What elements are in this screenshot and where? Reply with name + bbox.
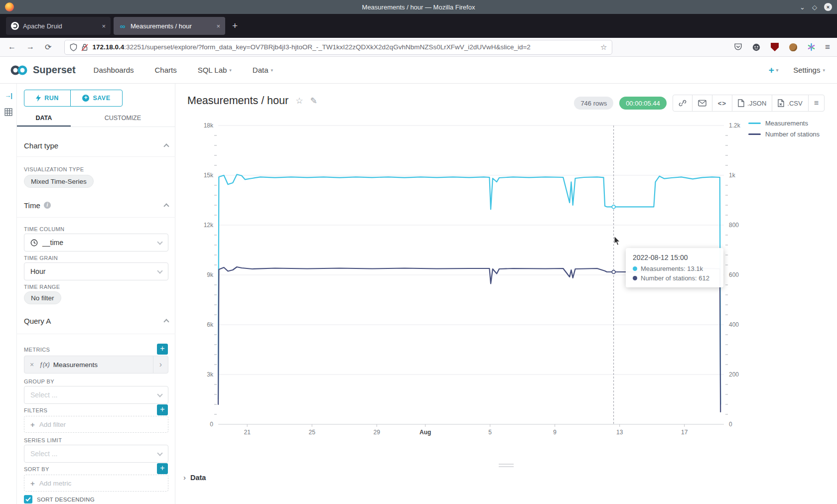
svg-text:400: 400: [729, 321, 739, 328]
url-text[interactable]: 172.18.0.4:32251/superset/explore/?form_…: [92, 43, 596, 51]
save-button[interactable]: + SAVE: [70, 90, 122, 106]
export-csv-button[interactable]: .CSV: [772, 95, 808, 111]
export-json-button[interactable]: .JSON: [732, 95, 772, 111]
time-column-label: TIME COLUMN: [24, 226, 64, 232]
edit-title-icon[interactable]: ✎: [310, 96, 317, 106]
group-by-select[interactable]: Select ...: [24, 386, 168, 404]
svg-text:18k: 18k: [204, 122, 214, 129]
email-button[interactable]: [692, 95, 712, 111]
tab-close-icon[interactable]: ×: [216, 22, 220, 30]
chevron-up-icon: [163, 319, 169, 324]
superset-infinity-icon: [9, 64, 29, 76]
expand-datasource-panel-icon[interactable]: →|: [4, 92, 12, 99]
legend-item-number-of-stations[interactable]: Number of stations: [748, 130, 820, 138]
svg-text:3k: 3k: [207, 371, 214, 378]
add-metric-plus-button[interactable]: +: [157, 344, 168, 355]
time-range-pill[interactable]: No filter: [24, 291, 61, 304]
hamburger-icon: ≡: [814, 99, 819, 108]
chevron-up-icon: [163, 203, 169, 209]
minimize-icon[interactable]: ⌄: [800, 3, 805, 11]
pocket-icon[interactable]: [734, 43, 742, 51]
email-icon: [698, 100, 706, 107]
legend-swatch-icon: [748, 133, 761, 135]
section-chart-type[interactable]: Chart type: [24, 135, 168, 155]
browser-tab-measurements[interactable]: ∞ Measurements / hour ×: [114, 17, 225, 35]
nav-item-data[interactable]: Data▾: [253, 66, 273, 74]
settings-menu[interactable]: Settings▾: [793, 66, 825, 74]
metrics-label: METRICS: [24, 347, 50, 353]
bookmark-star-icon[interactable]: ☆: [600, 43, 607, 52]
legend-item-measurements[interactable]: Measurements: [748, 120, 820, 127]
data-panel-toggle[interactable]: › Data: [183, 473, 206, 482]
series-dot-icon: [633, 266, 637, 271]
checkbox-checked-icon[interactable]: [24, 495, 32, 504]
menu-icon[interactable]: ≡: [825, 42, 830, 52]
reload-icon[interactable]: ⟳: [45, 42, 51, 52]
sort-descending-row[interactable]: SORT DESCENDING: [24, 495, 95, 504]
timeseries-chart[interactable]: 18k1.2k15k1k12k8009k6006k4003k2000021252…: [175, 113, 836, 441]
section-time[interactable]: Timei: [24, 195, 168, 215]
plus-circle-icon: +: [82, 95, 89, 102]
plus-icon: +: [30, 479, 35, 488]
add-sort-metric-dropzone[interactable]: +Add metric: [24, 475, 168, 492]
datasource-grid-icon[interactable]: [4, 108, 12, 116]
chevron-right-icon: ›: [183, 473, 186, 482]
metric-pill[interactable]: × ƒ(x) Measurements ›: [24, 356, 168, 374]
copy-link-button[interactable]: [673, 95, 692, 111]
close-icon[interactable]: ×: [824, 3, 832, 11]
time-grain-select[interactable]: Hour: [24, 262, 168, 280]
nav-item-sql-lab[interactable]: SQL Lab▾: [198, 66, 232, 74]
caret-down-icon: ▾: [271, 68, 274, 73]
more-options-button[interactable]: ≡: [808, 95, 824, 111]
series-limit-label: SERIES LIMIT: [24, 437, 62, 443]
viz-type-pill[interactable]: Mixed Time-Series: [24, 175, 94, 188]
superset-logo[interactable]: Superset: [9, 64, 76, 76]
druid-favicon-icon: [11, 22, 19, 30]
panel-drag-handle[interactable]: [499, 464, 514, 467]
mouse-cursor-icon: [614, 236, 621, 246]
browser-tab-strip: Apache Druid × ∞ Measurements / hour × +: [0, 14, 837, 38]
svg-text:29: 29: [373, 429, 380, 436]
insecure-lock-icon[interactable]: [81, 43, 88, 51]
url-bar[interactable]: 172.18.0.4:32251/superset/explore/?form_…: [64, 40, 612, 55]
embed-code-icon: <>: [718, 100, 726, 107]
tracking-shield-icon[interactable]: [70, 43, 77, 51]
add-sort-plus-button[interactable]: +: [157, 463, 168, 474]
embed-code-button[interactable]: <>: [712, 95, 732, 111]
page-title: Measurements / hour: [187, 95, 288, 107]
nav-item-dashboards[interactable]: Dashboards: [94, 66, 134, 74]
nav-item-charts[interactable]: Charts: [154, 66, 176, 74]
add-filter-dropzone[interactable]: +Add filter: [24, 416, 168, 433]
series-limit-select[interactable]: Select ...: [24, 445, 168, 463]
time-column-select[interactable]: __time: [24, 234, 168, 252]
chevron-down-icon: [157, 391, 162, 397]
svg-text:9: 9: [553, 429, 557, 436]
sort-by-label: SORT BY: [24, 466, 49, 472]
svg-text:600: 600: [729, 271, 739, 278]
new-item-button[interactable]: +▾: [769, 65, 779, 76]
cookie-ext-icon[interactable]: [789, 43, 798, 52]
favorite-star-icon[interactable]: ☆: [295, 96, 303, 106]
clock-icon: [30, 239, 38, 247]
maximize-icon[interactable]: ◇: [812, 3, 817, 11]
svg-text:1k: 1k: [729, 172, 736, 179]
ublock-icon[interactable]: [770, 43, 779, 52]
expand-metric-icon[interactable]: ›: [153, 356, 168, 373]
back-icon[interactable]: ←: [8, 42, 16, 52]
tab-data[interactable]: DATA: [17, 111, 71, 126]
window-title: Measurements / hour — Mozilla Firefox: [0, 3, 837, 11]
brand-name: Superset: [33, 64, 76, 76]
browser-tab-druid[interactable]: Apache Druid ×: [6, 17, 111, 35]
new-tab-icon[interactable]: +: [232, 20, 238, 31]
tab-customize[interactable]: CUSTOMIZE: [71, 111, 175, 126]
tab-close-icon[interactable]: ×: [102, 22, 106, 30]
extension-asterisk-icon[interactable]: [807, 43, 816, 51]
forward-icon[interactable]: →: [26, 42, 34, 52]
remove-metric-icon[interactable]: ×: [24, 361, 39, 369]
svg-text:21: 21: [244, 429, 251, 436]
run-button[interactable]: RUN: [24, 90, 70, 106]
chevron-up-icon: [163, 143, 169, 149]
section-query-a[interactable]: Query A: [24, 312, 168, 330]
containers-icon[interactable]: [752, 43, 761, 52]
add-filter-plus-button[interactable]: +: [157, 404, 168, 415]
